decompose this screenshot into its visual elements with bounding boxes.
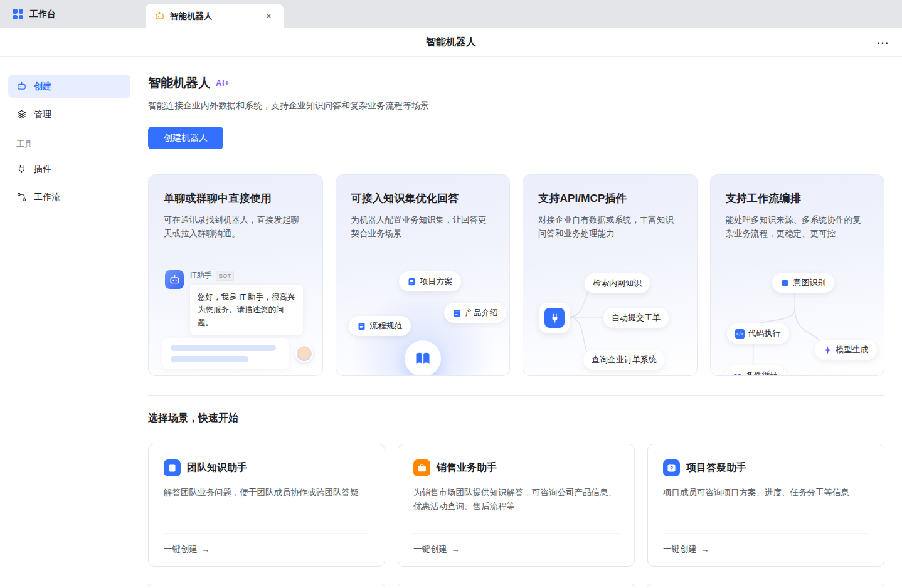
page-subtitle: 智能连接企业内外数据和系统，支持企业知识问答和复杂业务流程等场景 bbox=[148, 100, 884, 112]
section-divider bbox=[148, 395, 884, 396]
scenario-card-project-qa[interactable]: ? 项目答疑助手 项目成员可咨询项目方案、进度、任务分工等信息 一键创建 → bbox=[647, 444, 884, 567]
scenario-card-desc: 解答团队业务问题，便于团队成员协作或跨团队答疑 bbox=[164, 486, 369, 500]
code-icon: </> bbox=[735, 329, 745, 339]
feature-card-plugins: 支持API/MCP插件 对接企业自有数据或系统，丰富知识问答和业务处理能力 检索… bbox=[523, 174, 698, 376]
feature-card-desc: 能处理多知识来源、多系统协作的复杂业务流程，更稳定、更可控 bbox=[726, 213, 869, 241]
sidebar-item-plugins[interactable]: 插件 bbox=[8, 157, 130, 181]
book-icon bbox=[405, 340, 441, 376]
knowledge-tag-pill: 项目方案 bbox=[399, 271, 461, 291]
question-icon: ? bbox=[663, 459, 680, 476]
ai-plus-badge: AI+ bbox=[216, 78, 230, 88]
one-click-create-link[interactable]: 一键创建 → bbox=[413, 533, 619, 566]
knowledge-tag-pill: 流程规范 bbox=[349, 316, 411, 336]
feature-card-desc: 对接企业自有数据或系统，丰富知识问答和业务处理能力 bbox=[538, 213, 682, 241]
workbench-grid-icon bbox=[13, 9, 23, 19]
workbench-tab-label: 工作台 bbox=[29, 9, 56, 20]
user-avatar bbox=[295, 345, 313, 362]
book-icon bbox=[164, 459, 181, 476]
scenario-card-sales-assistant[interactable]: 销售业务助手 为销售市场团队提供知识解答，可咨询公司产品信息、优惠活动查询、售后… bbox=[398, 444, 635, 567]
scenario-cards-row: 团队知识助手 解答团队业务问题，便于团队成员协作或跨团队答疑 一键创建 → 销售… bbox=[148, 444, 884, 567]
scenario-card-partial bbox=[148, 584, 385, 587]
robot-icon bbox=[154, 11, 165, 21]
feature-card-title: 支持工作流编排 bbox=[726, 191, 869, 206]
active-tab-smart-robot[interactable]: 智能机器人 × bbox=[146, 4, 284, 28]
plug-icon bbox=[544, 308, 565, 328]
feature-card-title: 可接入知识集优化回答 bbox=[351, 191, 495, 206]
scenario-cards-row-partial bbox=[148, 584, 884, 587]
workflow-node-pill: 模型生成 bbox=[815, 340, 877, 360]
skeleton-bubble bbox=[162, 338, 289, 369]
feature-card-knowledge: 可接入知识集优化回答 为机器人配置业务知识集，让回答更契合业务场景 项目方案 产… bbox=[336, 174, 511, 376]
scenario-card-desc: 项目成员可咨询项目方案、进度、任务分工等信息 bbox=[663, 486, 869, 500]
scenario-card-title: 团队知识助手 bbox=[187, 461, 247, 475]
sidebar: 创建 管理 工具 插件 工作流 bbox=[0, 57, 139, 588]
layers-icon bbox=[16, 109, 27, 120]
plugin-tile bbox=[539, 303, 570, 333]
one-click-create-link[interactable]: 一键创建 → bbox=[164, 533, 369, 566]
sidebar-item-label: 插件 bbox=[34, 164, 51, 175]
arrow-right-icon: → bbox=[201, 545, 210, 554]
document-icon bbox=[357, 322, 366, 331]
feature-card-direct-chat: 单聊或群聊中直接使用 可在通讯录找到机器人，直接发起聊天或拉入群聊沟通。 bbox=[148, 174, 323, 376]
plug-icon bbox=[16, 164, 27, 174]
plugin-tag-pill: 查询企业订单系统 bbox=[583, 350, 665, 370]
arrow-right-icon: → bbox=[701, 545, 709, 554]
workflow-node-pill: 意图识别 bbox=[772, 273, 834, 293]
sidebar-item-label: 工作流 bbox=[34, 192, 60, 203]
page-header: 智能机器人 ⋯ bbox=[0, 28, 902, 57]
bot-avatar-icon bbox=[165, 270, 184, 289]
feature-card-desc: 为机器人配置业务知识集，让回答更契合业务场景 bbox=[351, 213, 495, 241]
scenario-card-team-knowledge[interactable]: 团队知识助手 解答团队业务问题，便于团队成员协作或跨团队答疑 一键创建 → bbox=[148, 444, 385, 567]
header-title: 智能机器人 bbox=[426, 36, 476, 49]
robot-icon bbox=[16, 81, 27, 92]
workflow-node-pill: 条件循环 bbox=[724, 365, 787, 376]
intent-icon bbox=[780, 278, 790, 288]
scenario-card-desc: 为销售市场团队提供知识解答，可咨询公司产品信息、优惠活动查询、售后流程等 bbox=[413, 486, 619, 514]
document-icon bbox=[452, 308, 462, 318]
one-click-create-link[interactable]: 一键创建 → bbox=[663, 533, 869, 566]
sidebar-section-tools: 工具 bbox=[16, 139, 122, 150]
sidebar-item-workflow[interactable]: 工作流 bbox=[8, 186, 130, 209]
active-tab-label: 智能机器人 bbox=[170, 11, 258, 22]
arrow-right-icon: → bbox=[451, 545, 460, 554]
feature-card-desc: 可在通讯录找到机器人，直接发起聊天或拉入群聊沟通。 bbox=[164, 213, 307, 241]
loop-icon bbox=[733, 371, 742, 377]
sidebar-item-create[interactable]: 创建 bbox=[8, 75, 130, 98]
knowledge-tag-pill: 产品介绍 bbox=[444, 303, 506, 323]
scenario-section-title: 选择场景，快速开始 bbox=[148, 412, 884, 425]
close-tab-icon[interactable]: × bbox=[263, 10, 275, 23]
bot-name: IT助手 bbox=[190, 270, 212, 281]
scenario-card-title: 销售业务助手 bbox=[437, 461, 497, 475]
plugin-tag-pill: 检索内网知识 bbox=[585, 273, 650, 293]
workflow-icon bbox=[16, 192, 27, 202]
chat-skeleton-message bbox=[162, 338, 313, 369]
sidebar-item-label: 创建 bbox=[34, 81, 51, 92]
feature-card-title: 单聊或群聊中直接使用 bbox=[164, 191, 307, 206]
svg-text:</>: </> bbox=[736, 332, 743, 336]
feature-card-workflow: 支持工作流编排 能处理多知识来源、多系统协作的复杂业务流程，更稳定、更可控 意图… bbox=[710, 174, 885, 376]
workbench-tab[interactable]: 工作台 bbox=[0, 0, 146, 28]
scenario-card-partial bbox=[398, 584, 635, 587]
sidebar-item-label: 管理 bbox=[34, 109, 51, 120]
page-title: 智能机器人 bbox=[148, 75, 211, 92]
svg-text:?: ? bbox=[670, 465, 673, 471]
create-robot-button[interactable]: 创建机器人 bbox=[148, 127, 223, 149]
document-icon bbox=[407, 277, 417, 286]
window-tab-bar: 工作台 智能机器人 × bbox=[0, 0, 902, 28]
bot-message-bubble: 您好，我是 IT 助手，很高兴为您服务。请描述您的问题。 bbox=[190, 285, 303, 335]
briefcase-icon bbox=[413, 459, 430, 476]
plugin-tag-pill: 自动提交工单 bbox=[603, 308, 669, 328]
scenario-card-partial bbox=[647, 584, 884, 587]
chat-bot-message: IT助手 BOT 您好，我是 IT 助手，很高兴为您服务。请描述您的问题。 bbox=[165, 270, 303, 335]
sparkle-icon bbox=[823, 345, 832, 355]
feature-card-title: 支持API/MCP插件 bbox=[538, 191, 682, 206]
sidebar-item-manage[interactable]: 管理 bbox=[8, 103, 130, 126]
scenario-card-title: 项目答疑助手 bbox=[686, 461, 746, 475]
more-menu-icon[interactable]: ⋯ bbox=[873, 34, 893, 51]
bot-badge: BOT bbox=[216, 271, 235, 281]
feature-cards-row: 单聊或群聊中直接使用 可在通讯录找到机器人，直接发起聊天或拉入群聊沟通。 bbox=[148, 174, 884, 376]
workflow-node-pill: </> 代码执行 bbox=[727, 323, 789, 344]
main-content: 智能机器人 AI+ 智能连接企业内外数据和系统，支持企业知识问答和复杂业务流程等… bbox=[139, 57, 902, 588]
